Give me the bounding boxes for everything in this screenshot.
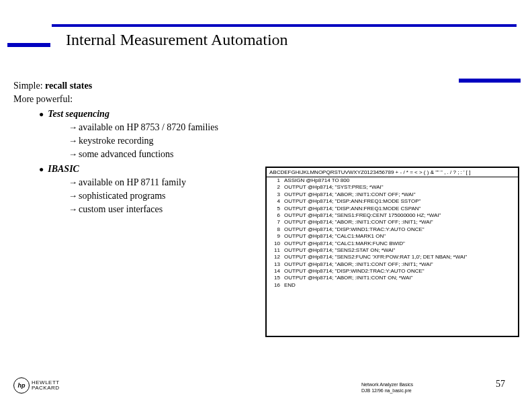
code-line: 16END: [267, 282, 518, 289]
arrow-icon: →: [69, 136, 77, 146]
code-line: 10OUTPUT @Hp8714; "CALC1:MARK:FUNC BWID": [267, 240, 518, 247]
slide-title: Internal Measurement Automation: [66, 31, 288, 49]
sub-advanced: → some advanced functions: [69, 149, 218, 160]
code-line: 12OUTPUT @Hp8714; "SENS2:FUNC 'XFR:POW:R…: [267, 254, 518, 261]
code-line: 1ASSIGN @Hp8714 TO 800: [267, 177, 518, 184]
arrow-icon: →: [69, 149, 77, 159]
code-display: ABCDEFGHIJKLMNOPQRSTUVWXYZ0123456789 + -…: [265, 167, 519, 337]
bullet-icon: ●: [39, 165, 44, 175]
footer-info: Network Analyzer Basics DJB 12/96 na_bas…: [361, 382, 413, 394]
bullet-ibasic: ● IBASIC: [39, 164, 218, 175]
arrow-icon: →: [69, 191, 77, 201]
page-number: 57: [496, 379, 505, 390]
hp-logo-circle: hp: [13, 377, 30, 394]
code-line: 8OUTPUT @Hp8714; "DISP:WIND1:TRAC:Y:AUTO…: [267, 226, 518, 233]
sub-hp8753: → available on HP 8753 / 8720 families: [69, 122, 218, 133]
code-line: 3OUTPUT @Hp8714; "ABOR; :INIT1:CONT OFF;…: [267, 191, 518, 198]
code-line: 15OUTPUT @Hp8714; "ABOR; :INIT1:CONT ON;…: [267, 275, 518, 281]
bullet-test-sequencing: ● Test sequencing: [39, 109, 218, 120]
left-rule: [7, 43, 50, 47]
code-line: 11OUTPUT @Hp8714; "SENS2:STAT ON; *WAI": [267, 247, 518, 254]
sub-keystroke: → keystroke recording: [69, 136, 218, 146]
hp-logo-text: HEWLETT PACKARD: [32, 380, 60, 391]
right-rule: [459, 79, 521, 83]
arrow-icon: →: [69, 122, 77, 132]
content-block: Simple: recall states More powerful: ● T…: [13, 81, 218, 215]
hp-logo: hp HEWLETT PACKARD: [13, 377, 60, 394]
code-body: 1ASSIGN @Hp8714 TO 8002OUTPUT @Hp8714; "…: [267, 177, 518, 289]
sub-sophisticated: → sophisticated programs: [69, 191, 218, 201]
sub-custom-ui: → custom user interfaces: [69, 204, 218, 215]
code-line: 2OUTPUT @Hp8714; "SYST:PRES; *WAI": [267, 184, 518, 191]
sub-hp8711: → available on HP 8711 family: [69, 177, 218, 188]
code-line: 7OUTPUT @Hp8714; "ABOR; :INIT1:CONT OFF;…: [267, 219, 518, 226]
code-line: 9OUTPUT @Hp8714; "CALC1:MARK1 ON": [267, 233, 518, 240]
bullet-icon: ●: [39, 109, 44, 120]
code-header: ABCDEFGHIJKLMNOPQRSTUVWXYZ0123456789 + -…: [267, 168, 518, 177]
arrow-icon: →: [69, 177, 77, 187]
simple-line: Simple: recall states: [13, 81, 218, 91]
arrow-icon: →: [69, 204, 77, 214]
code-line: 6OUTPUT @Hp8714; "SENS1:FREQ:CENT 175000…: [267, 212, 518, 219]
top-rule: [52, 24, 517, 27]
code-line: 5OUTPUT @Hp8714; "DISP:ANN:FREQ1:MODE CS…: [267, 205, 518, 212]
code-line: 13OUTPUT @Hp8714; "ABOR; :INIT1:CONT OFF…: [267, 261, 518, 268]
code-line: 14OUTPUT @Hp8714; "DISP:WIND2:TRAC:Y:AUT…: [267, 268, 518, 275]
code-line: 4OUTPUT @Hp8714; "DISP:ANN:FREQ1:MODE SS…: [267, 198, 518, 205]
more-powerful-line: More powerful:: [13, 94, 218, 105]
